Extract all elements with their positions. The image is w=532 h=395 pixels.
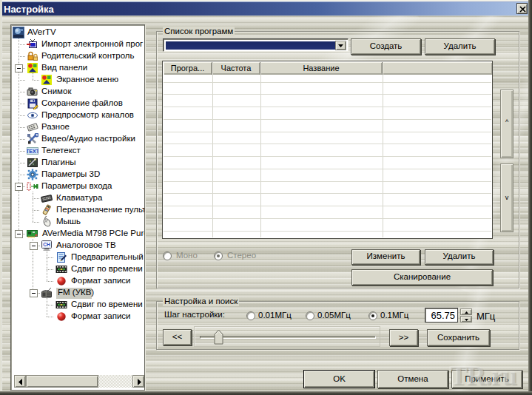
svg-text:TEXT: TEXT: [27, 149, 38, 154]
svg-text:CH: CH: [43, 242, 50, 247]
